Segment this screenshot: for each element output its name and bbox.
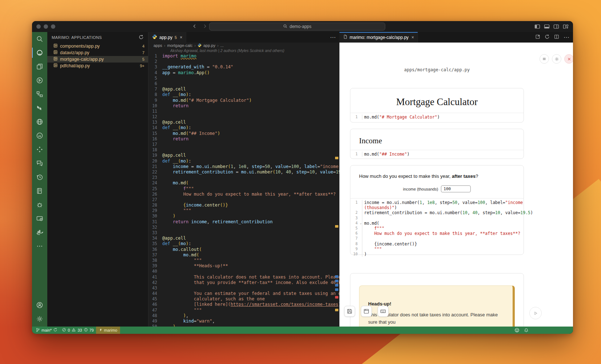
cell-code[interactable]: 1mo.md("## Income") [350,150,524,158]
reload-icon[interactable] [545,34,550,41]
minimize-window-button[interactable] [44,24,48,29]
toggle-sidebar-icon[interactable] [534,24,540,29]
notebook-file-icon [53,63,58,69]
ruler-mark [335,296,338,299]
activity-item-github[interactable] [32,129,47,143]
activity-item-terraform[interactable] [32,101,47,115]
activity-item-more[interactable] [32,239,47,253]
menu-button[interactable] [540,54,549,64]
python-icon [198,43,202,48]
activity-item-marimo[interactable] [32,46,47,60]
toggle-panel-icon[interactable] [544,24,550,29]
sidebar-item-mortgage-calc/app.py[interactable]: mortgage-calc/app.py 5 [47,56,148,63]
close-window-button[interactable] [36,24,41,29]
activity-item-hierarchy[interactable] [32,87,47,101]
sidebar-item-components/app.py[interactable]: components/app.py 4 [47,43,148,49]
cell-code[interactable]: 1income = mo.ui.number(1, 1e8, step=50, … [350,199,524,258]
sidebar-title: MARIMO: APPLICATIONS [52,35,102,40]
app-file-path: apps/mortgage-calc/app.py [350,67,524,72]
more-actions-icon[interactable]: ⋯ [330,34,336,41]
activity-item-globe[interactable] [32,115,47,129]
activity-item-notebook[interactable] [32,184,47,198]
activity-item-account[interactable] [32,298,47,312]
code-line: 25 f""" [148,186,339,192]
app-title: Mortgage Calculator [350,88,524,113]
cell-code[interactable]: 1mo.md("# Mortgage Calculator") [350,113,524,121]
hierarchy-icon [36,91,43,98]
sidebar-item-dataviz/app.py[interactable]: dataviz/app.py 7 [47,49,148,56]
activity-item-remote-monitor[interactable] [32,212,47,225]
notebook-file-icon [53,43,58,49]
errors-count: 0 [68,328,70,332]
settings-icon [36,315,43,323]
refresh-icon[interactable] [139,35,144,40]
activity-item-run-circle[interactable] [32,73,47,87]
code-line: 29 """ [148,208,339,213]
cell-code-line: 8 {income.center()} [350,241,524,247]
more-actions-icon[interactable]: ⋯ [564,34,569,41]
zoom-window-button[interactable] [51,24,55,29]
marimo-footer-actions [344,306,389,317]
branch-name: main* [41,328,52,332]
tab-marimo-webview[interactable]: marimo: mortgage-calc/app.py × [339,32,418,43]
tab-close-icon[interactable]: × [180,35,182,40]
warnings-count: 33 [77,328,82,332]
keyboard-shortcuts-button[interactable] [378,306,389,317]
notebook-file-icon [53,50,58,56]
breadcrumb-item[interactable]: app.py [203,43,215,48]
code-editor[interactable]: 1import marimo23__generated_with = "0.0.… [148,53,339,327]
code-line: 47 """ [148,308,339,313]
editor-tab-bar: app.py 5 × ⋯ [148,32,339,43]
activity-item-docker[interactable] [32,225,47,239]
back-icon[interactable] [192,24,197,30]
marimo-cell-callout: Heads-up! This calculator does not take … [350,273,524,327]
customize-layout-icon[interactable] [563,24,569,29]
marimo-status-item[interactable]: marimo [96,327,120,334]
breadcrumb-item[interactable]: mortgage-calc [167,43,193,48]
tab-close-icon[interactable]: × [411,35,414,40]
settings-button[interactable] [552,54,561,64]
code-line: 11 [148,109,339,114]
tab-app-py[interactable]: app.py 5 × [148,32,186,43]
activity-item-comments[interactable] [32,156,47,170]
breadcrumb[interactable]: apps› mortgage-calc› app.py› ... [148,43,339,48]
open-external-icon[interactable] [535,34,540,41]
branch-status[interactable]: main* [32,327,60,334]
run-circle-icon [36,77,43,84]
toggle-secondary-sidebar-icon[interactable] [553,24,559,29]
save-button[interactable] [344,306,355,317]
breadcrumb-item[interactable]: apps [154,43,162,48]
forward-icon[interactable] [202,24,207,30]
breadcrumb-item[interactable]: ... [220,43,224,48]
status-bar: main* 0 33 79 marimo [32,327,573,334]
panel-layout-button[interactable] [361,306,372,317]
git-blame-annotation: Akshay Agrawal, last month | 2 authors (… [170,48,339,53]
activity-item-debug[interactable] [32,198,47,212]
run-cell-button[interactable] [529,307,542,319]
command-center-search[interactable]: demo-apps [209,23,385,31]
activity-item-settings[interactable] [32,312,47,326]
split-editor-icon[interactable] [554,34,559,41]
notifications-bell-icon[interactable] [522,327,531,334]
tab-label: marimo: mortgage-calc/app.py [350,35,409,40]
code-line: 1import marimo [148,53,339,59]
code-line: 26 How much do you expect to make this y… [148,192,339,197]
activity-item-search[interactable] [32,32,47,46]
cell-code-line: 1mo.md("# Mortgage Calculator") [350,115,524,120]
shutdown-button[interactable] [564,54,573,64]
overview-ruler[interactable] [334,53,339,327]
activity-item-copy-pages[interactable] [32,60,47,73]
history-nav [192,24,207,30]
problems-status[interactable]: 0 33 79 [60,327,96,334]
marimo-icon [36,49,43,56]
copy-pages-icon [36,63,43,70]
layout-controls [534,24,569,29]
zap-icon [99,328,103,333]
sidebar-item-pdfchat/app.py[interactable]: pdfchat/app.py 9+ [47,63,148,69]
file-name: components/app.py [60,44,142,49]
file-badge: 9+ [140,64,144,68]
activity-item-history[interactable] [32,170,47,184]
income-input[interactable] [441,185,471,192]
activity-item-diamonds[interactable] [32,143,47,156]
feedback-smiley-icon[interactable] [512,327,522,334]
